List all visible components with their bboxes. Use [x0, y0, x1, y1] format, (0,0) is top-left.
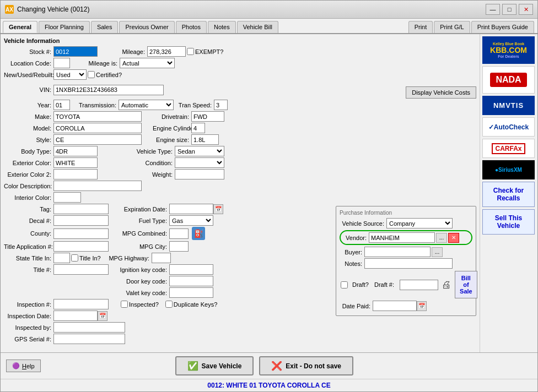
vehicle-source-select[interactable]: Company Individual Auction	[386, 218, 453, 228]
mpg-highway-input[interactable]	[152, 253, 171, 263]
inspection-date-input[interactable]	[53, 311, 98, 321]
title-in-label: Title In?	[79, 255, 103, 262]
gps-input[interactable]	[53, 334, 125, 344]
inspected-by-input[interactable]	[53, 322, 125, 333]
display-costs-button[interactable]: Display Vehicle Costs	[406, 86, 476, 99]
engine-size-input[interactable]	[191, 134, 219, 145]
draft-checkbox[interactable]	[341, 281, 348, 288]
title-app-input[interactable]	[53, 241, 109, 252]
title-num-input[interactable]	[53, 264, 109, 275]
exit-button[interactable]: ❌ Exit - Do not save	[259, 356, 353, 375]
decal-input[interactable]	[53, 215, 109, 226]
purchase-notes-input[interactable]	[364, 258, 453, 269]
inspection-label: Inspection #:	[4, 301, 53, 308]
kbb-sub-label: For Dealers	[498, 55, 519, 58]
new-used-select[interactable]: Used New Rebuilt	[53, 69, 87, 80]
exempt-label: EXEMPT?	[195, 48, 225, 55]
minimize-button[interactable]: —	[486, 4, 500, 15]
drivetrain-input[interactable]	[191, 111, 224, 122]
year-input[interactable]	[53, 100, 70, 110]
model-input[interactable]	[53, 123, 142, 133]
tran-speed-label: Tran Speed:	[178, 102, 214, 108]
bill-of-sale-button[interactable]: Bill ofSale	[455, 271, 477, 298]
inspection-date-calendar-button[interactable]: 📅	[98, 311, 107, 321]
nada-button[interactable]: NADA	[482, 66, 535, 94]
date-paid-input[interactable]	[373, 301, 417, 311]
county-input[interactable]	[53, 228, 109, 239]
sell-vehicle-button[interactable]: Sell ThisVehicle	[482, 209, 535, 235]
tag-input[interactable]	[53, 204, 109, 214]
fuel-type-select[interactable]: Gas Diesel Electric	[169, 215, 213, 226]
tab-sales[interactable]: Sales	[91, 21, 119, 33]
mileage-is-select[interactable]: Actual TMU Exempt	[120, 58, 175, 68]
close-button[interactable]: ✕	[519, 4, 533, 15]
vehicle-type-select[interactable]: Sedan SUV Truck	[175, 146, 224, 156]
doorkey-row: Door key code:	[4, 276, 330, 286]
tab-previous-owner[interactable]: Previous Owner	[119, 21, 174, 33]
save-vehicle-button[interactable]: ✅ Save Vehicle	[175, 356, 254, 375]
tab-print-gl[interactable]: Print G/L	[434, 21, 470, 33]
nmvtis-button[interactable]: NMVTIS	[482, 96, 535, 115]
expiration-calendar-button[interactable]: 📅	[213, 204, 223, 214]
engine-cyl-input[interactable]	[191, 123, 205, 133]
check-recalls-button[interactable]: Check forRecalls	[482, 182, 535, 207]
exit-label: Exit - Do not save	[286, 362, 341, 370]
mpg-city-input[interactable]	[169, 241, 189, 252]
lower-section: Tag: Expiration Date: 📅 Decal #: Fuel Ty…	[4, 204, 476, 345]
main-form: Vehicle Information Stock #: Mileage: EX…	[1, 34, 480, 352]
style-input[interactable]	[53, 134, 142, 145]
tab-print-buyers-guide[interactable]: Print Buyers Guide	[471, 21, 534, 33]
vendor-browse-button[interactable]: ...	[436, 233, 447, 243]
tab-notes[interactable]: Notes	[208, 21, 236, 33]
stock-input[interactable]	[53, 46, 98, 57]
duplicate-keys-checkbox[interactable]	[165, 301, 173, 308]
colordesc-row: Color Description:	[4, 181, 476, 191]
kbb-button[interactable]: Kelley Blue Book KBB.COM For Dealers	[482, 36, 535, 64]
autocheck-button[interactable]: ✓AutoCheck	[482, 117, 535, 137]
buyer-input[interactable]	[364, 247, 431, 257]
help-button[interactable]: 🟣 Help	[6, 360, 41, 372]
certified-label: Certified?	[96, 72, 124, 78]
condition-select[interactable]	[175, 157, 224, 168]
tran-speed-input[interactable]	[214, 100, 228, 110]
expiration-input[interactable]	[169, 204, 213, 214]
weight-input[interactable]	[175, 169, 224, 179]
vendor-clear-button[interactable]: ✕	[448, 233, 459, 243]
certified-checkbox[interactable]	[88, 71, 95, 78]
fuel-pump-icon: ⛽	[192, 227, 205, 240]
ignition-key-input[interactable]	[169, 264, 213, 275]
exterior-color2-input[interactable]	[53, 169, 98, 179]
buyer-label: Buyer:	[340, 249, 364, 255]
sirius-button[interactable]: ●SiriusXM	[482, 160, 535, 179]
title-in-checkbox[interactable]	[71, 254, 78, 262]
tab-floor-planning[interactable]: Floor Planning	[39, 21, 90, 33]
valet-key-input[interactable]	[169, 287, 213, 298]
interior-color-input[interactable]	[53, 192, 81, 203]
state-title-input[interactable]	[53, 253, 70, 263]
inspection-input[interactable]	[53, 299, 109, 309]
tab-print[interactable]: Print	[408, 21, 433, 33]
exterior-color-input[interactable]	[53, 157, 98, 168]
mileage-input[interactable]	[147, 46, 186, 57]
tab-general[interactable]: General	[3, 21, 37, 33]
tab-photos[interactable]: Photos	[176, 21, 207, 33]
engine-size-label: Engine size:	[153, 137, 191, 143]
title-buttons: — □ ✕	[486, 4, 533, 15]
carfax-button[interactable]: CARFAx	[482, 139, 535, 158]
mpg-combined-input[interactable]	[169, 228, 189, 239]
door-key-input[interactable]	[169, 276, 213, 286]
draft-num-input[interactable]	[400, 280, 438, 290]
tab-vehicle-bill[interactable]: Vehicle Bill	[237, 21, 278, 33]
transmission-select[interactable]: Automatic Manual	[119, 100, 174, 110]
make-input[interactable]	[53, 111, 142, 122]
vin-input[interactable]	[53, 85, 164, 95]
body-type-input[interactable]	[53, 146, 98, 156]
location-input[interactable]	[53, 58, 70, 68]
color-desc-input[interactable]	[53, 181, 142, 191]
exempt-checkbox[interactable]	[187, 48, 194, 55]
vendor-input[interactable]	[369, 232, 435, 243]
date-paid-calendar-button[interactable]: 📅	[417, 301, 427, 311]
inspected-checkbox[interactable]	[121, 301, 128, 308]
buyer-browse-button[interactable]: ...	[432, 247, 443, 257]
maximize-button[interactable]: □	[502, 4, 517, 15]
